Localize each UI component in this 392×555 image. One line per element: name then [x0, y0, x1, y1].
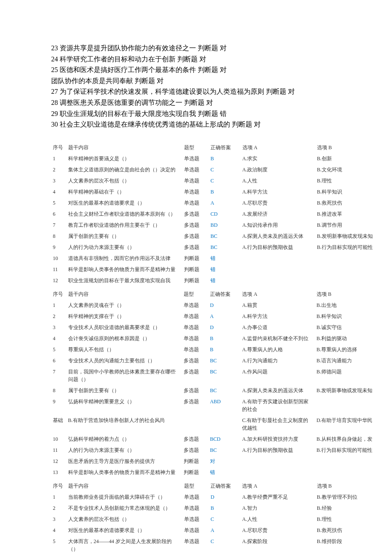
cell-seq: 6	[51, 208, 66, 220]
table-row: 5尊重病人不包括（）单选题BA.尊重病人的人格B.尊重病人的选择	[51, 344, 375, 355]
cell-optB: D.有助于培育实现中华民	[315, 415, 375, 434]
cell-optA: A.人性	[241, 175, 315, 186]
cell-optB	[315, 396, 375, 415]
cell-optB: B.发明新事物或发现未知	[315, 231, 375, 242]
cell-optB	[315, 456, 375, 467]
cell-seq: 2	[51, 311, 66, 322]
header-row: 序号 题干内容 题型 正确答案 选项 A 选项 B	[51, 289, 375, 300]
cell-content: 属于创新的主要有（）	[66, 231, 183, 242]
cell-ans: D	[208, 300, 241, 311]
cell-optA	[240, 456, 314, 467]
h-optB: 选项 B	[315, 142, 375, 153]
cell-ans: ABD	[208, 396, 241, 415]
cell-type: 单选题	[182, 153, 209, 164]
table-row: 2集体主义道德原则的确立是由社会的（）决定的单选题CA.政治制度B.文化环境	[51, 164, 375, 175]
cell-ans: BC	[208, 355, 241, 366]
cell-optA: C.有助于彰显社会主义制度的优越性	[240, 415, 314, 434]
cell-type: 单选题	[182, 344, 208, 355]
cell-ans: 错	[208, 467, 241, 478]
cell-content: 教育工作者职业道德的作用主要在于（）	[66, 220, 183, 231]
cell-optB: B.出生地	[315, 300, 375, 311]
cell-type: 多选题	[182, 242, 209, 253]
cell-ans: 错	[209, 264, 241, 275]
cell-ans: A	[209, 197, 241, 208]
cell-optA: A.籍贯	[240, 300, 314, 311]
cell-ans: C	[209, 175, 241, 186]
table-row: 5对医生的最基本的道德要求是（）单选题AA.尽职尽责B.救死扶伤	[51, 197, 375, 208]
table-row: 8属于创新的主要有（）多选题BCA.探测人类未及的遥远天体B.发明新事物或发现未…	[51, 385, 375, 396]
cell-optB: B.语言沟通能力	[315, 355, 375, 366]
cell-optA: A.监督约束机制不健全不到位	[240, 333, 314, 344]
cell-seq: 1	[51, 300, 66, 311]
cell-content: 人文素养的灵魂在于（）	[66, 300, 182, 311]
cell-content: 科学是影响人类事务的物质力量而不是精神力量	[66, 264, 183, 275]
cell-seq: 9	[51, 396, 66, 415]
cell-optB: B.理性	[315, 175, 375, 186]
cell-optB	[315, 275, 375, 286]
table-row: 5大体而言，24——44 岁之间是人生发展阶段的（）单选题CA.探索阶段B.维持…	[51, 536, 375, 555]
cell-ans: BC	[208, 385, 241, 396]
cell-type: 单选题	[182, 175, 209, 186]
h-ans: 正确答案	[209, 142, 241, 153]
cell-ans: C	[209, 514, 240, 525]
cell-content: 不是专业技术人员创新能力常态体现的是（）	[66, 503, 183, 514]
intro-line: 29 职业生涯规划的目标在于最大限度地实现自我 判断题 错	[51, 108, 375, 119]
table-row: 6社会主义财经工作者职业道德的基本原则有（）多选题CDA.发展经济B.推进改革	[51, 208, 375, 220]
cell-content: 职业生涯规划的目标在于最大限度地实现自我	[66, 275, 183, 286]
cell-ans: C	[209, 164, 241, 175]
cell-ans: B	[209, 153, 241, 164]
cell-ans: B	[209, 503, 240, 514]
table-row: 7教育工作者职业道德的作用主要在于（）多选题BDA.知识传承作用B.调节作用	[51, 220, 375, 231]
cell-seq: 11	[51, 264, 66, 275]
cell-content: 目前，我国中小学教师的总体素质主要存在哪些问题（）	[66, 366, 182, 385]
cell-ans: A	[209, 525, 240, 536]
cell-content: 科学精神的基础在于（）	[66, 186, 183, 197]
cell-optA	[241, 275, 315, 286]
cell-content: 科学是影响人类事务的物质力量而不是精神力量	[66, 467, 182, 478]
cell-optB: B.教学管理不到位	[315, 491, 375, 503]
cell-optB: B.救死扶伤	[315, 525, 375, 536]
cell-ans: B	[208, 344, 241, 355]
cell-optA: A.行为目标的预期收益	[241, 242, 315, 253]
cell-optB	[315, 264, 375, 275]
table-row: 10道德具有非强制性，因而它的作用远不及法律判断题错	[51, 253, 375, 264]
cell-seq: 10	[51, 434, 66, 445]
cell-optB: B.诚实守信	[315, 322, 375, 333]
cell-optA: A.尊重病人的人格	[240, 344, 314, 355]
cell-ans: D	[208, 322, 241, 333]
h-ans: 正确答案	[208, 289, 241, 300]
cell-content: 专业技术人员职业道德的最高要求是（）	[66, 322, 182, 333]
cell-type: 单选题	[182, 197, 209, 208]
cell-ans: A	[208, 311, 241, 322]
cell-type: 多选题	[182, 396, 208, 415]
cell-optA	[240, 467, 314, 478]
cell-seq: 8	[51, 231, 66, 242]
cell-optB: B.师德问题	[315, 366, 375, 385]
cell-seq: 5	[51, 197, 66, 208]
cell-content: 专业技术人员的沟通能力主要包括（）	[66, 355, 182, 366]
cell-optA	[241, 264, 315, 275]
cell-ans: B	[208, 333, 241, 344]
cell-seq: 1	[51, 491, 66, 503]
cell-optB: B.行为目标实现的可能性	[315, 445, 375, 456]
cell-ans: BC	[209, 242, 241, 253]
intro-line: 团队协作的本质是共同奉献 判断题 对	[51, 75, 375, 87]
cell-optA: A.行为目标的预期收益	[240, 445, 314, 456]
cell-type: 单选题	[182, 300, 208, 311]
cell-optA: A.尽职尽责	[240, 525, 315, 536]
h-optA: 选项 A	[240, 480, 315, 491]
cell-seq: 10	[51, 253, 66, 264]
cell-seq: 7	[51, 366, 66, 385]
cell-type: 单选题	[182, 322, 208, 333]
table-row: 11人的行为动力来源主要有（）多选题BCA.行为目标的预期收益B.行为目标实现的…	[51, 445, 375, 456]
table-row: 3人文素养的层次不包括（）单选题CA.人性B.理性	[51, 514, 375, 525]
cell-seq: 4	[51, 525, 66, 536]
cell-seq: 基础	[51, 415, 66, 434]
cell-optB: B.维持阶段	[315, 536, 375, 555]
cell-type: 多选题	[182, 366, 208, 385]
cell-optB: B.调节作用	[315, 220, 375, 231]
cell-ans: BC	[208, 445, 241, 456]
cell-seq: 9	[51, 242, 66, 253]
table-row: 12医患矛盾的主导方是医疗服务的提供方判断题对	[51, 456, 375, 467]
cell-content: 会计丧失诚信原则的根本原因是（）	[66, 333, 182, 344]
